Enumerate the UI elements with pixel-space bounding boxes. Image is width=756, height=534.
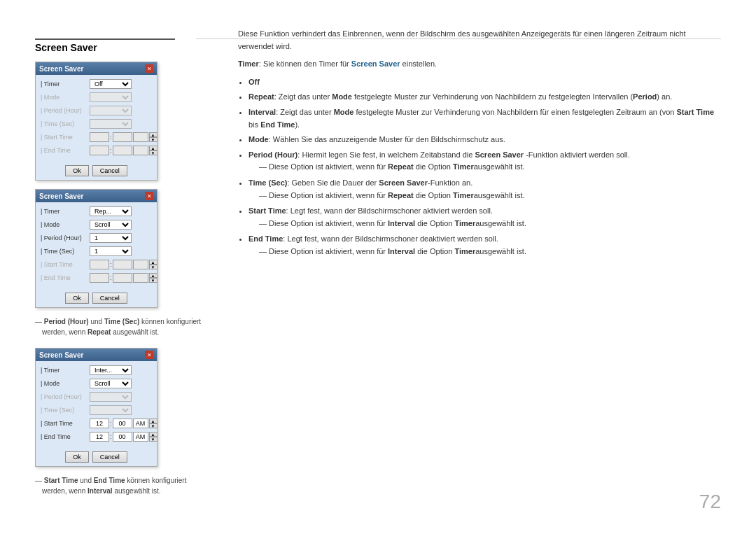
dialog-2-body: | Timer Rep... | Mode Scroll — [36, 202, 157, 289]
dialog-2-input-end-h[interactable] — [90, 273, 109, 283]
caption-1-end: ausgewählt ist. — [111, 328, 159, 336]
dialog-2-spinner-start: ▲ ▼ — [149, 260, 158, 269]
bullet-interval-mode: Mode — [334, 108, 354, 116]
left-column: Screen Saver Screen Saver ✕ | Timer Off — [35, 28, 217, 506]
bullet-off: Off — [248, 76, 721, 89]
sub-time-repeat: Repeat — [388, 191, 414, 199]
dialog-2-label-period: | Period (Hour) — [39, 234, 90, 241]
bullet-off-label: Off — [248, 78, 260, 86]
caption-2-end-time: End Time — [94, 477, 125, 484]
dialog-3-select-timer[interactable]: Inter... — [90, 365, 132, 375]
dialog-1-spinner-end-dn[interactable]: ▼ — [149, 150, 158, 155]
dialog-1-close[interactable]: ✕ — [145, 64, 153, 73]
dialog-2-row-starttime: | Start Time : ▲ ▼ — [39, 259, 153, 270]
dialog-3-spinner-start-dn[interactable]: ▼ — [149, 423, 158, 428]
dialog-1-select-mode[interactable] — [90, 92, 132, 102]
dialog-1-select-period[interactable] — [90, 106, 132, 115]
dialog-1-label-period: | Period (Hour) — [39, 107, 90, 114]
dialog-1-label-time: | Time (Sec) — [39, 120, 90, 127]
dialog-2-control-period: 1 — [90, 233, 153, 243]
dialog-2-colon1: : — [110, 261, 112, 268]
dialog-3-select-period[interactable] — [90, 392, 132, 402]
dialog-2-input-end-m[interactable] — [113, 273, 132, 283]
dialog-3-label-timer: | Timer — [39, 367, 90, 374]
dialog-3-input-start-ampm[interactable] — [133, 419, 148, 428]
bullet-mode-label: Mode — [248, 135, 269, 143]
dialog-3-label-endtime: | End Time — [39, 433, 90, 440]
timer-label: Timer — [238, 59, 259, 68]
dialog-1-input-end-ampm[interactable] — [133, 146, 148, 155]
dialog-2-colon2: : — [110, 274, 112, 281]
dialog-1-cancel[interactable]: Cancel — [92, 165, 127, 176]
dialog-1-spinner-end-up[interactable]: ▲ — [149, 146, 158, 150]
dialog-2-input-end-ampm[interactable] — [133, 273, 148, 283]
dialog-1-select-time[interactable] — [90, 119, 132, 129]
dialog-1-ok[interactable]: Ok — [65, 165, 89, 176]
dialog-2-input-start-m[interactable] — [113, 260, 132, 269]
dialog-1-label-timer: | Timer — [39, 80, 90, 87]
dialog-1-spinner-start: ▲ ▼ — [149, 132, 158, 142]
dialog-3-cancel[interactable]: Cancel — [92, 451, 127, 463]
dialog-1-input-end-m[interactable] — [113, 146, 132, 155]
dialog-3-input-start-h[interactable] — [90, 419, 109, 428]
dialog-2-close[interactable]: ✕ — [145, 192, 153, 200]
dialog-2-input-start-ampm[interactable] — [133, 260, 148, 269]
dialog-3-input-start-m[interactable] — [113, 419, 132, 428]
dialog-1-input-start-h[interactable] — [90, 132, 109, 142]
dialog-1-control-endtime: : ▲ ▼ — [90, 146, 158, 155]
dialog-3-input-end-ampm[interactable] — [133, 432, 148, 442]
dialog-3-spinner-end-up[interactable]: ▲ — [149, 432, 158, 437]
dialog-3-row-endtime: | End Time : ▲ ▼ — [39, 431, 153, 442]
dialog-2-label-time: | Time (Sec) — [39, 248, 90, 255]
caption-2-interval: Interval — [88, 487, 113, 495]
dialog-2-spinner-end: ▲ ▼ — [149, 273, 158, 283]
dialog-2-select-timer[interactable]: Rep... — [90, 206, 132, 216]
dialog-3-ok[interactable]: Ok — [65, 451, 89, 463]
dialog-3-spinner-start-up[interactable]: ▲ — [149, 419, 158, 423]
sub-start-interval: Interval — [388, 219, 415, 227]
dialog-2-select-mode[interactable]: Scroll — [90, 220, 132, 230]
dialog-2-input-start-h[interactable] — [90, 260, 109, 269]
dialog-1-colon1: : — [110, 134, 112, 141]
dialog-3-spinner-end-dn[interactable]: ▼ — [149, 437, 158, 442]
dialog-3-control-timer: Inter... — [90, 365, 153, 375]
dialog-2-ok[interactable]: Ok — [65, 293, 89, 304]
dialog-1-input-end-h[interactable] — [90, 146, 109, 155]
dialog-1-row-mode: | Mode — [39, 92, 153, 103]
dialog-3-spinner-end: ▲ ▼ — [149, 432, 158, 442]
dialog-2-control-time: 1 — [90, 246, 153, 256]
sub-time-item: Diese Option ist aktiviert, wenn für Rep… — [259, 190, 721, 202]
dialog-2-spinner-end-dn[interactable]: ▼ — [149, 278, 158, 283]
dialog-1-title: Screen Saver — [39, 65, 83, 73]
dialog-3-label-period: | Period (Hour) — [39, 393, 90, 400]
dialog-1-spinner-start-up[interactable]: ▲ — [149, 132, 158, 137]
dialog-1-select-timer[interactable]: Off — [90, 79, 132, 89]
dialog-3-input-end-h[interactable] — [90, 432, 109, 442]
dialog-1-spinner-start-dn[interactable]: ▼ — [149, 137, 158, 142]
caption-2-and: und — [78, 477, 94, 484]
dialog-3-close[interactable]: ✕ — [145, 351, 153, 359]
sub-start-timer: Timer — [454, 219, 475, 227]
dialog-3-select-mode[interactable]: Scroll — [90, 379, 132, 388]
dialog-2-row-time: | Time (Sec) 1 — [39, 246, 153, 257]
sub-start-list: Diese Option ist aktiviert, wenn für Int… — [259, 218, 721, 230]
bullet-time: Time (Sec): Geben Sie die Dauer der Scre… — [248, 177, 721, 202]
dialog-2-spinner-start-up[interactable]: ▲ — [149, 260, 158, 265]
dialog-3-control-period — [90, 392, 153, 402]
dialog-3-input-end-m[interactable] — [113, 432, 132, 442]
dialog-3: Screen Saver ✕ | Timer Inter... | Mode — [35, 348, 158, 467]
dialog-2-label-mode: | Mode — [39, 221, 90, 228]
dialog-1-input-start-ampm[interactable] — [133, 132, 148, 142]
dialog-2-control-mode: Scroll — [90, 220, 153, 230]
dialog-2-spinner-end-up[interactable]: ▲ — [149, 273, 158, 278]
dialog-3-title: Screen Saver — [39, 351, 83, 359]
dialog-2-select-period[interactable]: 1 — [90, 233, 132, 243]
dialog-2-spinner-start-dn[interactable]: ▼ — [149, 265, 158, 269]
dialog-2-select-time[interactable]: 1 — [90, 246, 132, 256]
dialog-3-row-mode: | Mode Scroll — [39, 378, 153, 389]
caption-1-and: und — [89, 318, 104, 325]
dialog-1-spinner-end: ▲ ▼ — [149, 146, 158, 155]
dialog-2-cancel[interactable]: Cancel — [92, 293, 127, 304]
dialog-3-select-time[interactable] — [90, 405, 132, 415]
dialog-1-input-start-m[interactable] — [113, 132, 132, 142]
